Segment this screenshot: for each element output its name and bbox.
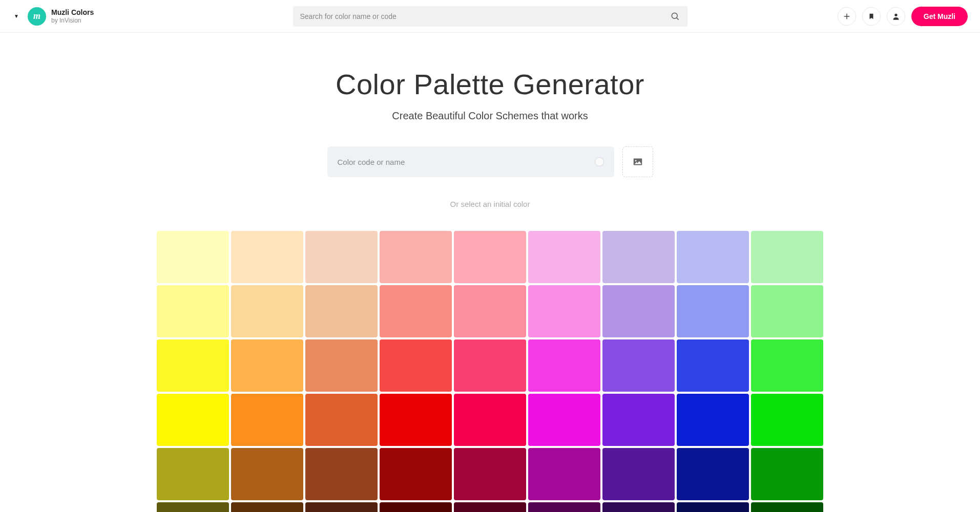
color-swatch[interactable]	[305, 231, 378, 283]
color-swatch[interactable]	[751, 448, 823, 500]
color-swatch[interactable]	[454, 231, 526, 283]
color-grid-row	[157, 285, 823, 337]
color-swatch[interactable]	[602, 448, 675, 500]
user-icon	[892, 12, 900, 20]
page-subtitle: Create Beautiful Color Schemes that work…	[392, 110, 588, 122]
color-swatch[interactable]	[454, 502, 526, 512]
color-swatch[interactable]	[231, 231, 303, 283]
logo-icon: m	[28, 7, 46, 26]
page-title: Color Palette Generator	[336, 68, 644, 101]
color-swatch[interactable]	[380, 285, 452, 337]
logo[interactable]: m Muzli Colors by InVision	[28, 7, 94, 26]
color-swatch[interactable]	[677, 285, 749, 337]
color-swatch[interactable]	[157, 231, 229, 283]
svg-line-1	[676, 17, 678, 19]
bookmark-button[interactable]	[862, 7, 881, 26]
color-swatch[interactable]	[231, 285, 303, 337]
color-swatch[interactable]	[751, 339, 823, 392]
chevron-down-icon[interactable]: ▼	[12, 12, 20, 20]
color-grid-row	[157, 448, 823, 500]
color-swatch[interactable]	[677, 394, 749, 446]
header-search[interactable]	[293, 6, 687, 27]
color-input-row	[327, 146, 653, 177]
color-swatch[interactable]	[157, 448, 229, 500]
logo-subtitle: by InVision	[51, 17, 94, 24]
search-input[interactable]	[300, 12, 670, 20]
color-swatch[interactable]	[380, 448, 452, 500]
image-icon	[632, 156, 643, 167]
color-swatch[interactable]	[305, 339, 378, 392]
color-swatch[interactable]	[380, 502, 452, 512]
color-swatch[interactable]	[751, 285, 823, 337]
color-swatch[interactable]	[305, 394, 378, 446]
color-swatch[interactable]	[380, 339, 452, 392]
color-swatch[interactable]	[677, 448, 749, 500]
color-swatch[interactable]	[231, 394, 303, 446]
color-swatch[interactable]	[305, 448, 378, 500]
bookmark-icon	[868, 13, 875, 20]
color-input-wrap[interactable]	[327, 146, 614, 177]
color-swatch[interactable]	[231, 448, 303, 500]
search-icon[interactable]	[670, 11, 680, 22]
color-swatch[interactable]	[602, 231, 675, 283]
color-swatch[interactable]	[157, 394, 229, 446]
app-header: ▼ m Muzli Colors by InVision	[0, 0, 980, 33]
color-grid-row	[157, 231, 823, 283]
image-upload-button[interactable]	[622, 146, 653, 177]
color-swatch[interactable]	[528, 394, 600, 446]
plus-icon	[843, 12, 851, 20]
color-swatch[interactable]	[677, 339, 749, 392]
color-grid-row	[157, 502, 823, 512]
logo-title: Muzli Colors	[51, 8, 94, 17]
color-swatch[interactable]	[528, 448, 600, 500]
color-swatch[interactable]	[157, 339, 229, 392]
color-swatch[interactable]	[454, 394, 526, 446]
color-swatch[interactable]	[305, 502, 378, 512]
color-preview-swatch[interactable]	[595, 157, 604, 166]
color-swatch[interactable]	[157, 285, 229, 337]
color-swatch[interactable]	[751, 394, 823, 446]
color-swatch[interactable]	[602, 339, 675, 392]
color-swatch[interactable]	[528, 502, 600, 512]
add-button[interactable]	[838, 7, 856, 26]
color-swatch[interactable]	[305, 285, 378, 337]
color-swatch[interactable]	[231, 339, 303, 392]
color-swatch[interactable]	[751, 502, 823, 512]
color-swatch[interactable]	[602, 502, 675, 512]
color-swatch[interactable]	[528, 339, 600, 392]
color-grid-row	[157, 394, 823, 446]
color-grid	[157, 231, 823, 512]
user-button[interactable]	[887, 7, 905, 26]
get-muzli-button[interactable]: Get Muzli	[911, 7, 968, 26]
color-swatch[interactable]	[380, 394, 452, 446]
color-swatch[interactable]	[602, 285, 675, 337]
color-swatch[interactable]	[157, 502, 229, 512]
color-swatch[interactable]	[231, 502, 303, 512]
color-swatch[interactable]	[380, 231, 452, 283]
or-select-label: Or select an initial color	[450, 200, 530, 208]
color-swatch[interactable]	[677, 231, 749, 283]
color-grid-row	[157, 339, 823, 392]
color-code-input[interactable]	[338, 158, 595, 166]
header-actions: Get Muzli	[838, 7, 968, 26]
color-swatch[interactable]	[454, 285, 526, 337]
main-content: Color Palette Generator Create Beautiful…	[0, 33, 980, 512]
svg-point-4	[894, 13, 897, 16]
color-swatch[interactable]	[528, 231, 600, 283]
color-swatch[interactable]	[528, 285, 600, 337]
color-swatch[interactable]	[751, 231, 823, 283]
color-swatch[interactable]	[454, 339, 526, 392]
color-swatch[interactable]	[602, 394, 675, 446]
color-swatch[interactable]	[677, 502, 749, 512]
color-swatch[interactable]	[454, 448, 526, 500]
svg-point-0	[672, 13, 677, 18]
